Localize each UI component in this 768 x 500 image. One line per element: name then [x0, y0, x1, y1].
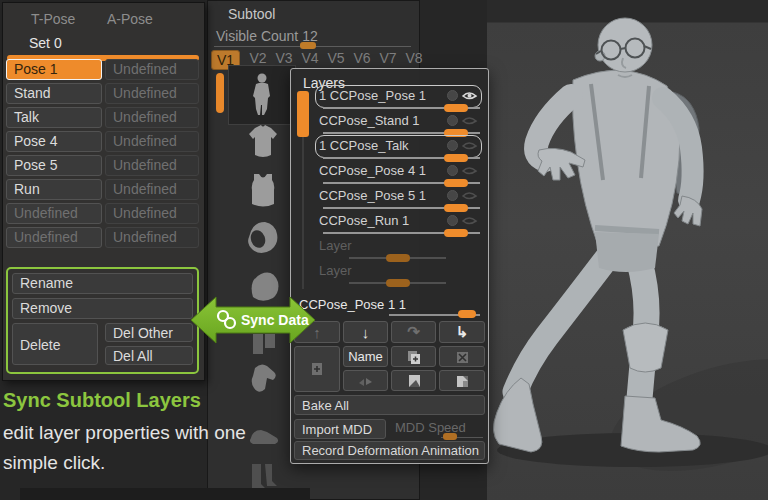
- pose-slot-4b[interactable]: Undefined: [105, 131, 199, 152]
- remove-button[interactable]: Remove: [12, 298, 193, 319]
- layer-name: Layer: [319, 238, 352, 254]
- redo-button[interactable]: ↷: [391, 321, 436, 343]
- layer-intensity-slider[interactable]: [349, 282, 446, 284]
- subtool-scrollbar[interactable]: [216, 73, 224, 113]
- pose-slot-1b[interactable]: Undefined: [105, 59, 199, 80]
- layer-intensity-slider[interactable]: [323, 207, 480, 209]
- pose-slot-8b[interactable]: Undefined: [105, 227, 199, 248]
- pose-slot-2b[interactable]: Undefined: [105, 83, 199, 104]
- tab-v4[interactable]: V4: [298, 50, 322, 66]
- layer-intensity-slider[interactable]: [323, 132, 480, 134]
- subtool-item-vest[interactable]: [232, 215, 294, 261]
- pose-slot-4[interactable]: Pose 4: [6, 131, 102, 152]
- branch-button[interactable]: ↳: [439, 321, 485, 343]
- layer-row[interactable]: CCPose_Run 1: [315, 212, 482, 237]
- layer-row-empty[interactable]: Layer: [315, 237, 482, 262]
- layer-name: CCPose_Pose 5 1: [319, 188, 426, 204]
- viewport-3d[interactable]: [487, 0, 768, 500]
- eye-icon[interactable]: [461, 214, 478, 227]
- pose-slot-1[interactable]: Pose 1: [6, 59, 102, 80]
- layer-row[interactable]: CCPose_Pose 5 1: [315, 187, 482, 212]
- visible-count-slider[interactable]: [300, 42, 316, 49]
- pose-slot-7b[interactable]: Undefined: [105, 203, 199, 224]
- app-screen: T-Pose A-Pose Set 0 Pose 1 Undefined Sta…: [0, 0, 768, 500]
- selected-layer-slider[interactable]: [458, 310, 476, 318]
- sync-data-badge: Sync Data: [190, 292, 316, 348]
- subtool-item-body[interactable]: [228, 65, 296, 125]
- layers-scrollbar[interactable]: [297, 91, 309, 137]
- flatten-layer-button[interactable]: [439, 370, 485, 391]
- layer-name: CCPose_Run 1: [319, 213, 409, 229]
- tab-t-pose[interactable]: T-Pose: [31, 11, 75, 27]
- duplicate-layer-button[interactable]: [391, 346, 436, 367]
- record-dot-icon[interactable]: [447, 115, 458, 126]
- pose-context-menu: Rename Remove Delete Del Other Del All: [6, 267, 199, 374]
- pose-slot-5b[interactable]: Undefined: [105, 155, 199, 176]
- tab-v6[interactable]: V6: [350, 50, 374, 66]
- layer-row[interactable]: 1 CCPose_Pose 1: [315, 87, 482, 112]
- split-layer-button[interactable]: [391, 370, 436, 391]
- pose-preset-panel: T-Pose A-Pose Set 0 Pose 1 Undefined Sta…: [2, 2, 205, 381]
- tab-v5[interactable]: V5: [324, 50, 348, 66]
- record-dot-icon[interactable]: [447, 140, 458, 151]
- layer-name: CCPose_Stand 1: [319, 113, 419, 129]
- eye-icon[interactable]: [461, 89, 478, 102]
- subtool-item-tank-top[interactable]: [232, 167, 294, 213]
- new-layer-button[interactable]: [294, 346, 340, 392]
- move-down-button[interactable]: ↓: [343, 321, 388, 343]
- pose-slot-5[interactable]: Pose 5: [6, 155, 102, 176]
- del-all-button[interactable]: Del All: [105, 346, 193, 365]
- record-deformation-button[interactable]: Record Deformation Animation: [294, 441, 485, 460]
- record-dot-icon[interactable]: [447, 215, 458, 226]
- record-dot-icon[interactable]: [447, 165, 458, 176]
- rename-button[interactable]: Rename: [12, 273, 193, 294]
- pose-slot-2[interactable]: Stand: [6, 83, 102, 104]
- tab-v7[interactable]: V7: [376, 50, 400, 66]
- layer-row[interactable]: CCPose_Pose 4 1: [315, 162, 482, 187]
- merge-down-button[interactable]: [343, 370, 388, 391]
- tab-v2[interactable]: V2: [246, 50, 270, 66]
- layer-row-empty[interactable]: Layer: [315, 262, 482, 287]
- layer-name: Layer: [319, 263, 352, 279]
- delete-x-icon: [454, 349, 470, 365]
- layer-intensity-slider[interactable]: [323, 182, 480, 184]
- set-label: Set 0: [29, 35, 62, 51]
- mdd-speed-slider[interactable]: [443, 433, 457, 440]
- import-mdd-button[interactable]: Import MDD: [294, 419, 386, 439]
- layer-row[interactable]: 1 CCPose_Talk: [315, 137, 482, 162]
- eye-icon[interactable]: [461, 164, 478, 177]
- eye-icon[interactable]: [461, 139, 478, 152]
- new-document-icon: [309, 361, 325, 377]
- delete-button[interactable]: Delete: [12, 323, 98, 365]
- branch-arrow-icon: ↳: [456, 323, 469, 341]
- layer-intensity-slider[interactable]: [323, 107, 480, 109]
- record-dot-icon[interactable]: [447, 90, 458, 101]
- layer-row[interactable]: CCPose_Stand 1: [315, 112, 482, 137]
- subtool-title: Subtool: [228, 6, 275, 22]
- pose-slot-3b[interactable]: Undefined: [105, 107, 199, 128]
- layer-name: 1 CCPose_Pose 1: [319, 88, 426, 104]
- eye-icon[interactable]: [461, 189, 478, 202]
- pose-slot-8[interactable]: Undefined: [6, 227, 102, 248]
- bake-all-button[interactable]: Bake All: [294, 395, 485, 415]
- bottom-strip: [20, 488, 310, 500]
- caption-title: Sync Subtool Layers: [3, 389, 273, 412]
- pose-slot-6b[interactable]: Undefined: [105, 179, 199, 200]
- eye-icon[interactable]: [461, 114, 478, 127]
- subtool-item-shirt[interactable]: [232, 119, 294, 165]
- tab-v8[interactable]: V8: [402, 50, 426, 66]
- layer-intensity-slider[interactable]: [349, 257, 446, 259]
- page-corner-icon: [454, 373, 470, 389]
- del-other-button[interactable]: Del Other: [105, 323, 193, 342]
- tab-a-pose[interactable]: A-Pose: [107, 11, 153, 27]
- sync-data-label: Sync Data: [241, 312, 309, 328]
- pose-slot-6[interactable]: Run: [6, 179, 102, 200]
- record-dot-icon[interactable]: [447, 190, 458, 201]
- layer-intensity-slider[interactable]: [323, 157, 480, 159]
- pose-slot-7[interactable]: Undefined: [6, 203, 102, 224]
- layer-intensity-slider[interactable]: [323, 232, 480, 234]
- delete-layer-button[interactable]: [439, 346, 485, 367]
- pose-slot-3[interactable]: Talk: [6, 107, 102, 128]
- tab-v3[interactable]: V3: [272, 50, 296, 66]
- rename-layer-button[interactable]: Name: [343, 346, 388, 367]
